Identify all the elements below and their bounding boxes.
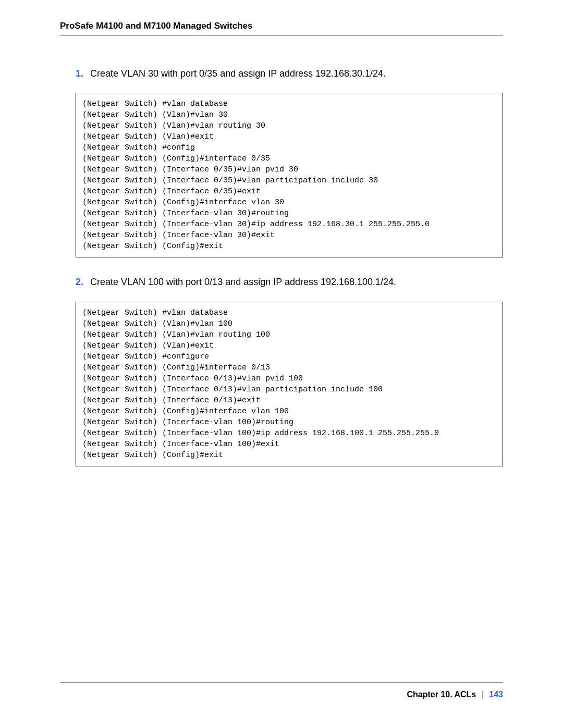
footer-chapter: Chapter 10. ACLs (407, 690, 476, 699)
step-2: 2. Create VLAN 100 with port 0/13 and as… (76, 276, 503, 288)
step-number: 1. (76, 67, 90, 80)
code-block-2: (Netgear Switch) #vlan database (Netgear… (76, 302, 503, 466)
footer-page-number: 143 (489, 690, 503, 699)
footer-text: Chapter 10. ACLs | 143 (60, 690, 503, 699)
step-1: 1. Create VLAN 30 with port 0/35 and ass… (76, 67, 503, 80)
footer-rule (60, 682, 503, 683)
page-container: ProSafe M4100 and M7100 Managed Switches… (0, 0, 563, 728)
page-content: 1. Create VLAN 30 with port 0/35 and ass… (60, 36, 503, 466)
footer-separator: | (479, 690, 487, 699)
step-text: Create VLAN 100 with port 0/13 and assig… (90, 276, 396, 288)
page-footer: Chapter 10. ACLs | 143 (60, 682, 503, 699)
document-header: ProSafe M4100 and M7100 Managed Switches (60, 21, 503, 36)
step-number: 2. (76, 276, 90, 288)
step-text: Create VLAN 30 with port 0/35 and assign… (90, 67, 386, 80)
code-block-1: (Netgear Switch) #vlan database (Netgear… (76, 93, 503, 257)
